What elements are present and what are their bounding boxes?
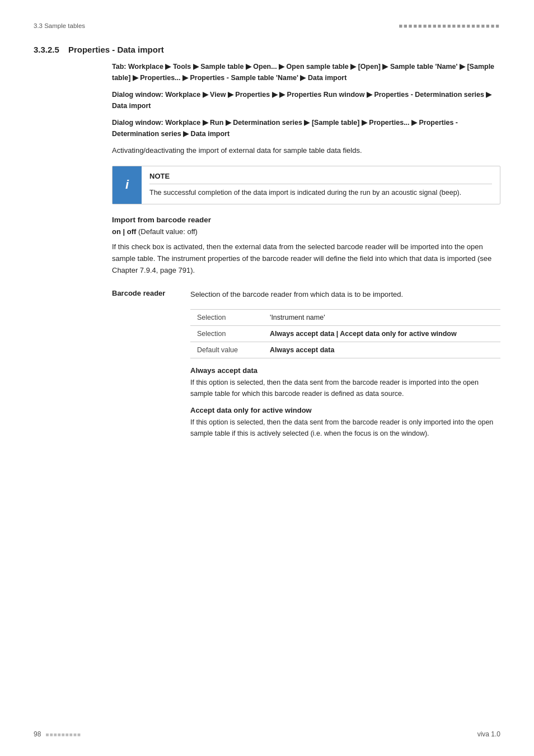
footer-version: viva 1.0 — [477, 730, 500, 738]
barcode-description: Selection of the barcode reader from whi… — [190, 289, 500, 301]
nav-path-1-content: Workplace ▶ Tools ▶ Sample table ▶ Open.… — [112, 63, 494, 82]
import-default-label: on | off — [112, 227, 136, 236]
table-cell-value: 'Instrument name' — [263, 310, 500, 326]
nav-path-2-label: Dialog window: — [112, 91, 163, 99]
footer-left: 98 ■■■■■■■■■ — [34, 730, 81, 738]
content-block: Tab: Workplace ▶ Tools ▶ Sample table ▶ … — [112, 61, 500, 444]
page: 3.3 Sample tables ■■■■■■■■■■■■■■■■■■■■■ … — [0, 0, 534, 756]
table-cell-label: Default value — [190, 342, 263, 358]
header-decoration: ■■■■■■■■■■■■■■■■■■■■■ — [399, 22, 500, 29]
table-row: Default value Always accept data — [190, 342, 500, 358]
barcode-section: Barcode reader Selection of the barcode … — [112, 289, 500, 444]
header-section-label: 3.3 Sample tables — [34, 22, 85, 29]
note-text: The successful completion of the data im… — [149, 188, 492, 198]
item-heading-2: Accept data only for active window — [190, 406, 500, 414]
nav-path-3-label: Dialog window: — [112, 119, 163, 127]
footer-dots: ■■■■■■■■■ — [45, 731, 81, 738]
table-cell-label: Selection — [190, 310, 263, 326]
note-icon-column: i — [113, 166, 142, 204]
table-cell-value: Always accept data — [263, 342, 500, 358]
footer: 98 ■■■■■■■■■ viva 1.0 — [34, 730, 500, 738]
footer-dot-decoration: ■■■■■■■■■ — [45, 731, 81, 738]
table-cell-value: Always accept data | Accept data only fo… — [263, 326, 500, 342]
nav-path-1: Tab: Workplace ▶ Tools ▶ Sample table ▶ … — [112, 61, 500, 83]
item-text-2: If this option is selected, then the dat… — [190, 417, 500, 439]
note-content: NOTE The successful completion of the da… — [142, 166, 500, 204]
note-title: NOTE — [149, 172, 492, 184]
page-number: 98 — [34, 730, 41, 738]
barcode-content: Selection of the barcode reader from whi… — [190, 289, 500, 444]
header: 3.3 Sample tables ■■■■■■■■■■■■■■■■■■■■■ — [34, 22, 500, 29]
header-dot: ■■■■■■■■■■■■■■■■■■■■■ — [399, 22, 500, 29]
import-section-heading: Import from barcode reader — [112, 216, 500, 224]
nav-path-2: Dialog window: Workplace ▶ View ▶ Proper… — [112, 89, 500, 111]
item-text-1: If this option is selected, then the dat… — [190, 377, 500, 399]
main-description: Activating/deactivating the import of ex… — [112, 145, 500, 157]
table-row: Selection 'Instrument name' — [190, 310, 500, 326]
note-box: i NOTE The successful completion of the … — [112, 166, 500, 204]
nav-path-3: Dialog window: Workplace ▶ Run ▶ Determi… — [112, 117, 500, 139]
section-heading: 3.3.2.5 Properties - Data import — [34, 45, 500, 54]
import-default-value: on | off (Default value: off) — [112, 227, 500, 236]
nav-path-3-content: Workplace ▶ Run ▶ Determination series ▶… — [112, 119, 458, 138]
nav-path-2-content: Workplace ▶ View ▶ Properties ▶ ▶ Proper… — [112, 91, 491, 110]
table-cell-label: Selection — [190, 326, 263, 342]
barcode-label: Barcode reader — [112, 289, 190, 444]
section-title: Properties - Data import — [68, 45, 164, 54]
option-table: Selection 'Instrument name' Selection Al… — [190, 309, 500, 358]
table-row: Selection Always accept data | Accept da… — [190, 326, 500, 342]
import-description: If this check box is activated, then the… — [112, 241, 500, 276]
nav-path-1-label: Tab: — [112, 63, 126, 71]
item-heading-1: Always accept data — [190, 366, 500, 375]
table-default-bold: Always accept data — [270, 346, 334, 354]
note-icon: i — [125, 178, 129, 192]
section-number: 3.3.2.5 — [34, 45, 59, 54]
table-cell-bold: Always accept data | Accept data only fo… — [270, 330, 457, 338]
import-default-text: (Default value: off) — [138, 227, 198, 236]
